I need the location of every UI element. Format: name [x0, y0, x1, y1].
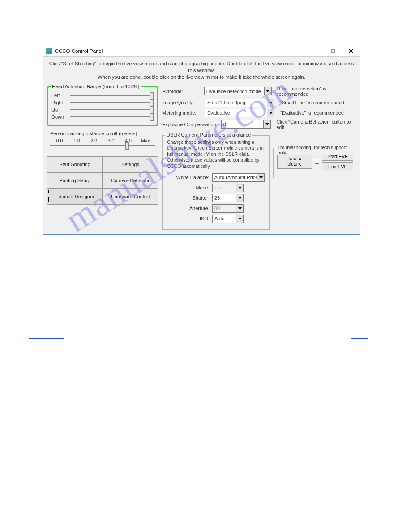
slider-right[interactable] — [70, 102, 154, 103]
exposure-comp-label: Exposure Compensation: — [162, 122, 218, 127]
shutter-label: Shutter: — [167, 195, 210, 201]
slider-up-label: Up — [51, 107, 68, 112]
iso-value: Auto — [214, 216, 225, 221]
dropdown-arrow-icon — [257, 174, 264, 181]
image-quality-combo[interactable]: Small1 Fine Jpeg — [205, 99, 274, 107]
evfmode-hint: "Live face detection" is recommended — [277, 86, 357, 97]
end-evf-button[interactable]: End EVF — [322, 162, 353, 171]
troubleshooting-checkbox[interactable] — [315, 159, 319, 164]
image-quality-label: Image Quality: — [162, 100, 202, 105]
instructions-line1: Click "Start Shooting" to begin the live… — [49, 61, 354, 73]
slider-left-label: Left — [51, 93, 68, 98]
mode-label: Mode: — [167, 185, 210, 190]
metering-mode-label: Metering mode: — [162, 110, 202, 116]
shutter-value: 25 — [214, 195, 220, 201]
dropdown-arrow-icon — [236, 194, 243, 202]
tick-0: 0.0 — [51, 138, 68, 143]
white-balance-value: Auto (Ambient Priority) — [214, 175, 264, 180]
troubleshooting-legend: Troubleshooting (for tech support only) — [276, 145, 357, 155]
metering-mode-combo[interactable]: Evaluative — [205, 109, 274, 117]
metering-mode-hint: "Evaluative" is recommended — [280, 110, 344, 116]
dropdown-arrow-icon — [263, 120, 270, 128]
window-title: OCCO Control Panel — [55, 48, 103, 54]
svg-rect-1 — [332, 49, 335, 52]
maximize-button[interactable] — [324, 45, 342, 57]
titlebar: OCCO Control Panel — [43, 45, 360, 57]
aperture-value: 00 — [214, 206, 220, 211]
dslr-note: Change those settings only when tuning a… — [167, 139, 265, 170]
occo-control-panel-window: OCCO Control Panel Click "Start Shooting… — [43, 45, 360, 235]
hardware-control-button[interactable]: Hardware Control — [103, 189, 158, 205]
head-range-legend: Head Actuation Range (from 0 to 100%) — [51, 84, 141, 89]
tick-max: Max — [137, 138, 154, 143]
white-balance-combo[interactable]: Auto (Ambient Priority) — [212, 173, 265, 182]
image-quality-hint: "Small Fine" is recommended — [280, 100, 344, 105]
troubleshooting-group: Troubleshooting (for tech support only) … — [273, 148, 357, 178]
slider-up[interactable] — [70, 109, 154, 110]
dropdown-arrow-icon — [267, 109, 274, 117]
footer-rule — [0, 338, 411, 339]
dropdown-arrow-icon — [236, 205, 243, 212]
evfmode-combo[interactable]: Live face detection mode — [204, 87, 272, 95]
exposure-comp-value: 0 — [223, 122, 226, 127]
dropdown-arrow-icon — [236, 184, 243, 192]
white-balance-label: White Balance: — [167, 175, 210, 180]
exposure-comp-hint: Click "Camera Behavior" button to edit — [276, 119, 357, 130]
dropdown-arrow-icon — [264, 87, 271, 95]
metering-mode-value: Evaluative — [207, 110, 230, 116]
emotion-designer-button[interactable]: Emotion Designer — [47, 189, 103, 205]
tick-1: 1.0 — [68, 138, 85, 143]
dslr-parameters-group: DSLR Camera Parameters at a glance Chang… — [162, 135, 270, 230]
tick-3: 3.0 — [103, 138, 120, 143]
mode-combo[interactable]: Tv — [212, 184, 244, 192]
dslr-legend: DSLR Camera Parameters at a glance — [165, 132, 252, 137]
slider-down-label: Down — [51, 114, 68, 120]
dropdown-arrow-icon — [267, 99, 274, 107]
slider-left[interactable] — [70, 95, 154, 96]
dropdown-arrow-icon — [236, 215, 243, 223]
distance-cutoff-group: Person tracking distance cutoff (meters)… — [47, 129, 158, 150]
settings-button[interactable]: Settings — [103, 156, 158, 172]
evfmode-label: EvfMode: — [162, 89, 201, 94]
minimize-button[interactable] — [306, 45, 324, 57]
shutter-combo[interactable]: 25 — [212, 194, 244, 202]
take-picture-button[interactable]: Take a picture — [277, 154, 312, 169]
mode-value: Tv — [214, 185, 220, 190]
distance-cutoff-legend: Person tracking distance cutoff (meters) — [50, 131, 155, 136]
close-button[interactable] — [342, 45, 360, 57]
main-button-grid: Start Shooting Settings Printing Setup C… — [47, 156, 158, 205]
app-icon — [46, 48, 52, 54]
camera-behavior-button[interactable]: Camera Behavior — [103, 172, 158, 189]
image-quality-value: Small1 Fine Jpeg — [207, 100, 245, 105]
exposure-comp-combo[interactable]: 0 — [221, 120, 271, 129]
evfmode-value: Live face detection mode — [206, 89, 261, 94]
instructions: Click "Start Shooting" to begin the live… — [43, 57, 360, 83]
instructions-line2: When you are done, double click on the l… — [98, 74, 305, 80]
tick-2: 2.0 — [86, 138, 103, 143]
distance-slider[interactable] — [50, 145, 155, 146]
slider-right-label: Right — [51, 100, 68, 105]
iso-combo[interactable]: Auto — [212, 215, 244, 223]
aperture-label: Aperture: — [167, 206, 210, 211]
slider-down[interactable] — [70, 116, 154, 117]
aperture-combo[interactable]: 00 — [212, 204, 244, 213]
iso-label: ISO: — [167, 216, 210, 221]
start-shooting-button[interactable]: Start Shooting — [47, 156, 103, 172]
head-actuation-range-group: Head Actuation Range (from 0 to 100%) Le… — [47, 86, 158, 126]
distance-ticks: 0.0 1.0 2.0 3.0 4.0 Max — [50, 138, 155, 143]
printing-setup-button[interactable]: Printing Setup — [47, 172, 103, 189]
